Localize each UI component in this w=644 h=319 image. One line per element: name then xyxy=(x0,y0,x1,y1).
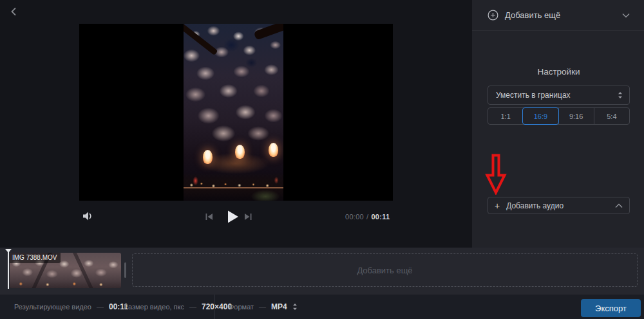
clip-trim-handle[interactable] xyxy=(124,262,126,278)
tree-branch xyxy=(184,24,218,55)
skip-previous-button[interactable] xyxy=(205,212,214,221)
fit-mode-select[interactable]: Уместить в границах xyxy=(488,86,630,105)
size-label: Размер видео, пкс xyxy=(124,303,184,311)
timeline-add-more-label: Добавить ещё xyxy=(357,266,412,275)
dash: — xyxy=(97,303,104,311)
play-button[interactable] xyxy=(225,209,240,224)
clip-name-label: IMG 7388.MOV xyxy=(10,253,61,263)
video-preview-stage xyxy=(79,24,393,201)
add-audio-row[interactable]: + Добавить аудио xyxy=(488,197,630,214)
time-display: 00:00 / 00:11 xyxy=(345,213,390,221)
timeline-clip[interactable]: IMG 7388.MOV xyxy=(10,253,121,288)
street-scene xyxy=(184,172,283,201)
format-select[interactable]: Формат — MP4 xyxy=(229,295,298,319)
plus-icon: + xyxy=(495,201,500,210)
speaker-icon xyxy=(81,210,94,223)
size-value: 720×400 xyxy=(202,302,232,311)
dash: — xyxy=(189,303,196,311)
aspect-ratio-16-9[interactable]: 16:9 xyxy=(522,107,558,125)
timeline: IMG 7388.MOV Добавить ещё xyxy=(0,248,644,295)
aspect-ratio-1-1[interactable]: 1:1 xyxy=(488,108,523,124)
back-button[interactable] xyxy=(5,3,22,20)
lantern xyxy=(235,145,245,159)
up-down-spinner-icon xyxy=(292,303,298,311)
lantern xyxy=(269,143,278,157)
video-editor-app: 00:00 / 00:11 Добавить ещё Настройки Уме… xyxy=(0,0,644,319)
up-down-spinner-icon xyxy=(618,91,623,99)
chevron-up-icon xyxy=(615,203,623,208)
chevron-left-icon xyxy=(8,6,19,17)
add-audio-label: Добавить аудио xyxy=(506,201,609,210)
time-total: 00:11 xyxy=(371,213,390,221)
playhead-line xyxy=(8,251,9,289)
time-current: 00:00 xyxy=(345,213,364,221)
aspect-ratio-9-16[interactable]: 9:16 xyxy=(558,108,594,124)
result-video-info: Результирующее видео — 00:11 xyxy=(14,295,128,319)
video-frame xyxy=(184,24,283,201)
add-more-header-label: Добавить ещё xyxy=(505,10,616,20)
settings-title: Настройки xyxy=(488,67,630,77)
lantern xyxy=(203,150,213,164)
result-label: Результирующее видео xyxy=(14,303,91,311)
skip-previous-icon xyxy=(205,212,214,221)
format-label: Формат xyxy=(229,303,254,311)
skip-next-icon xyxy=(243,212,252,221)
divider xyxy=(214,295,215,319)
divider xyxy=(472,30,644,31)
timeline-add-more-box[interactable]: Добавить ещё xyxy=(132,253,638,287)
tree-branch xyxy=(254,24,283,41)
bottom-bar: Результирующее видео — 00:11 Размер виде… xyxy=(0,295,644,319)
add-more-header[interactable]: Добавить ещё xyxy=(472,0,644,30)
video-size-info: Размер видео, пкс — 720×400 xyxy=(124,295,232,319)
skip-next-button[interactable] xyxy=(243,212,252,221)
format-value: MP4 xyxy=(271,302,287,311)
aspect-ratio-group: 1:1 16:9 9:16 5:4 xyxy=(488,107,630,125)
export-button[interactable]: Экспорт xyxy=(581,299,641,317)
chevron-down-icon xyxy=(622,13,630,18)
time-separator: / xyxy=(366,213,368,221)
play-icon xyxy=(225,209,240,224)
aspect-ratio-5-4[interactable]: 5:4 xyxy=(594,108,629,124)
dash: — xyxy=(259,303,266,311)
red-arrow-annotation xyxy=(485,154,507,197)
volume-button[interactable] xyxy=(81,210,94,223)
settings-sidebar: Добавить ещё Настройки Уместить в границ… xyxy=(472,0,644,248)
fit-mode-value: Уместить в границах xyxy=(496,91,618,100)
circle-plus-icon xyxy=(488,10,498,21)
